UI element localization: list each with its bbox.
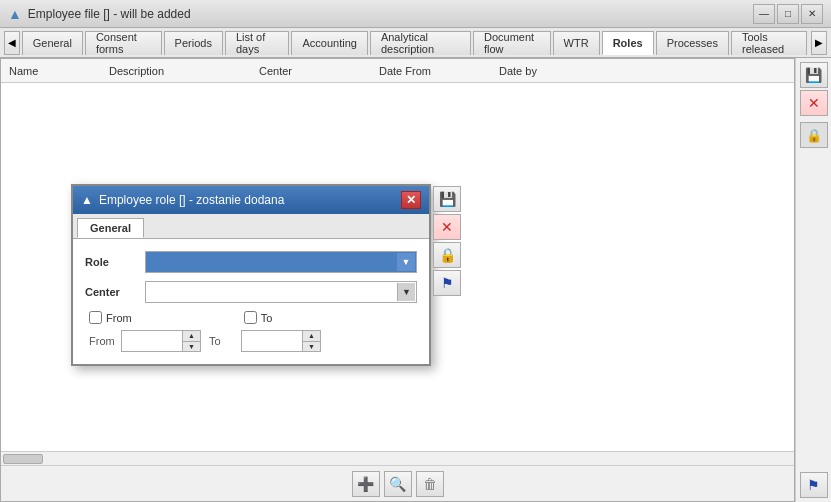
to-checkbox[interactable] <box>244 311 257 324</box>
horizontal-scrollbar[interactable] <box>1 451 794 465</box>
from-checkbox-label: From <box>106 312 132 324</box>
tab-bar: ◀ General Consent forms Periods List of … <box>0 28 831 58</box>
role-label: Role <box>85 256 145 268</box>
modal-title: Employee role [] - zostanie dodana <box>99 193 284 207</box>
center-select-display[interactable] <box>145 281 417 303</box>
tab-wtr[interactable]: WTR <box>553 31 600 55</box>
sidebar-lock-button[interactable]: 🔒 <box>800 122 828 148</box>
tab-periods[interactable]: Periods <box>164 31 223 55</box>
from-date-spinner: ▲ ▼ <box>121 330 201 352</box>
tab-list-of-days[interactable]: List of days <box>225 31 290 55</box>
modal-cancel-button[interactable]: ✕ <box>433 214 461 240</box>
add-button[interactable]: ➕ <box>352 471 380 497</box>
tab-nav-right[interactable]: ▶ <box>811 31 827 55</box>
center-select-wrapper: ▼ <box>145 281 417 303</box>
modal-title-bar: ▲ Employee role [] - zostanie dodana ✕ <box>73 186 429 214</box>
center-row: Center ▼ <box>85 281 417 303</box>
date-row: From ▲ ▼ To <box>85 330 417 352</box>
close-button[interactable]: ✕ <box>801 4 823 24</box>
bottom-toolbar: ➕ 🔍 🗑 <box>1 465 794 501</box>
modal-save-button[interactable]: 💾 <box>433 186 461 212</box>
from-spinner-buttons: ▲ ▼ <box>182 331 200 351</box>
tab-roles[interactable]: Roles <box>602 31 654 55</box>
checkbox-row: From To <box>85 311 417 324</box>
to-spin-up[interactable]: ▲ <box>303 331 320 342</box>
tab-general[interactable]: General <box>22 31 83 55</box>
role-row: Role ▼ <box>85 251 417 273</box>
delete-button[interactable]: 🗑 <box>416 471 444 497</box>
tab-document-flow[interactable]: Document flow <box>473 31 551 55</box>
modal-side-buttons: 💾 ✕ 🔒 ⚑ <box>433 186 463 296</box>
main-area: Name Description Center Date From Date b… <box>0 58 831 502</box>
modal-flag-button[interactable]: ⚑ <box>433 270 461 296</box>
center-label: Center <box>85 286 145 298</box>
from-date-label: From <box>89 335 117 347</box>
to-date-label: To <box>209 335 237 347</box>
right-sidebar: 💾 ✕ 🔒 ⚑ <box>795 58 831 502</box>
modal-close-button[interactable]: ✕ <box>401 191 421 209</box>
scrollbar-thumb[interactable] <box>3 454 43 464</box>
from-checkbox-item: From <box>89 311 132 324</box>
maximize-button[interactable]: □ <box>777 4 799 24</box>
modal-overlay: ▲ Employee role [] - zostanie dodana ✕ G… <box>1 59 794 501</box>
tab-accounting[interactable]: Accounting <box>291 31 367 55</box>
role-select-wrapper: ▼ <box>145 251 417 273</box>
sidebar-save-button[interactable]: 💾 <box>800 62 828 88</box>
to-date-spinner: ▲ ▼ <box>241 330 321 352</box>
to-spin-down[interactable]: ▼ <box>303 342 320 352</box>
tab-consent-forms[interactable]: Consent forms <box>85 31 162 55</box>
from-date-input[interactable] <box>122 331 182 351</box>
search-button[interactable]: 🔍 <box>384 471 412 497</box>
from-spin-up[interactable]: ▲ <box>183 331 200 342</box>
from-checkbox[interactable] <box>89 311 102 324</box>
from-date-group: From ▲ ▼ <box>89 330 201 352</box>
app-icon: ▲ <box>8 6 22 22</box>
modal-dialog: ▲ Employee role [] - zostanie dodana ✕ G… <box>71 184 431 366</box>
modal-tab-bar: General <box>73 214 429 239</box>
to-date-input[interactable] <box>242 331 302 351</box>
modal-content: Role ▼ Center ▼ <box>73 239 429 364</box>
modal-lock-button[interactable]: 🔒 <box>433 242 461 268</box>
to-date-group: To ▲ ▼ <box>209 330 321 352</box>
to-checkbox-item: To <box>244 311 273 324</box>
modal-tab-general[interactable]: General <box>77 218 144 238</box>
window-controls: — □ ✕ <box>753 4 823 24</box>
to-spinner-buttons: ▲ ▼ <box>302 331 320 351</box>
sidebar-flag-button[interactable]: ⚑ <box>800 472 828 498</box>
to-checkbox-label: To <box>261 312 273 324</box>
tab-nav-left[interactable]: ◀ <box>4 31 20 55</box>
content-area: Name Description Center Date From Date b… <box>0 58 795 502</box>
from-spin-down[interactable]: ▼ <box>183 342 200 352</box>
tab-analytical-description[interactable]: Analytical description <box>370 31 471 55</box>
role-select-display[interactable] <box>145 251 417 273</box>
modal-icon: ▲ <box>81 193 93 207</box>
minimize-button[interactable]: — <box>753 4 775 24</box>
window-title: Employee file [] - will be added <box>28 7 191 21</box>
tab-processes[interactable]: Processes <box>656 31 729 55</box>
title-bar: ▲ Employee file [] - will be added — □ ✕ <box>0 0 831 28</box>
sidebar-cancel-button[interactable]: ✕ <box>800 90 828 116</box>
tab-tools-released[interactable]: Tools released <box>731 31 807 55</box>
